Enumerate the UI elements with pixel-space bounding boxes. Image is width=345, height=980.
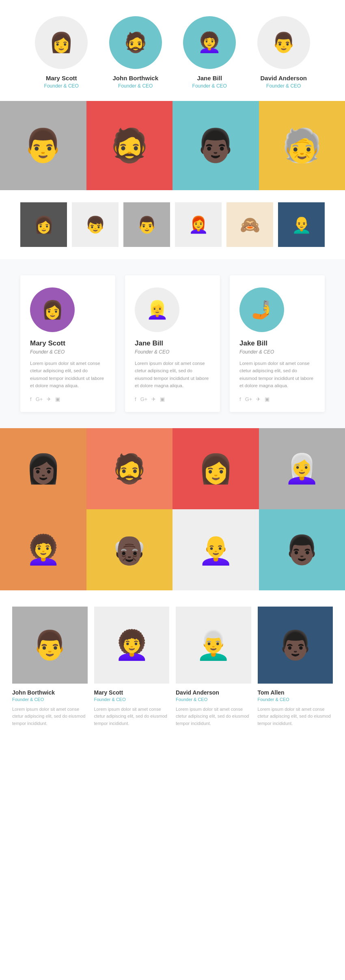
team-circles-section: 👩 Mary Scott Founder & CEO 🧔 John Borthw… (0, 0, 345, 101)
team-card-1: 👱‍♀️ Jane Bill Founder & CEO Lorem ipsum… (125, 275, 220, 412)
card-name: Jake Bill (239, 339, 267, 347)
member-name: Mary Scott (46, 75, 77, 81)
portrait-cell-7: 👨🏿 (259, 509, 345, 590)
member-name: David Anderson (261, 75, 307, 81)
member-title: Founder & CEO (192, 83, 227, 89)
thumb-item-2: 👨 (123, 202, 170, 247)
social-instagram[interactable]: ▣ (55, 396, 60, 402)
portrait-cell-0: 👩🏿 (0, 428, 86, 509)
portrait-cell-4: 👩‍🦱 (0, 509, 86, 590)
member-title: Founder & CEO (118, 83, 153, 89)
bottom-member-title: Founder & CEO (176, 697, 251, 702)
social-gplus[interactable]: G+ (140, 396, 148, 402)
portrait-cell-1: 🧔 (86, 428, 173, 509)
social-facebook[interactable]: f (135, 396, 136, 402)
member-title: Founder & CEO (44, 83, 79, 89)
avatar: 🧔 (109, 16, 162, 69)
circle-member-0: 👩 Mary Scott Founder & CEO (29, 16, 94, 89)
card-text: Lorem ipsum dolor sit amet conse ctetur … (135, 360, 210, 390)
card-text: Lorem ipsum dolor sit amet conse ctetur … (239, 360, 315, 390)
social-twitter[interactable]: ✈ (256, 396, 261, 402)
card-social: f G+ ✈ ▣ (135, 396, 165, 402)
thumb-item-0: 👩 (20, 202, 67, 247)
bottom-member-title: Founder & CEO (94, 697, 170, 702)
bottom-member-name: Tom Allen (258, 689, 333, 696)
portrait-cell-5: 👴🏿 (86, 509, 173, 590)
card-name: Mary Scott (30, 339, 65, 347)
card-name: Jane Bill (135, 339, 163, 347)
bottom-member-title: Founder & CEO (12, 697, 88, 702)
social-facebook[interactable]: f (30, 396, 32, 402)
bottom-member-name: David Anderson (176, 689, 251, 696)
social-gplus[interactable]: G+ (245, 396, 252, 402)
bottom-member-name: John Borthwick (12, 689, 88, 696)
portrait-cell-3: 👩‍🦳 (259, 428, 345, 509)
card-title: Founder & CEO (135, 349, 169, 355)
portrait-cell-6: 👩‍🦲 (172, 509, 259, 590)
team-cards-section: 👩 Mary Scott Founder & CEO Lorem ipsum d… (0, 259, 345, 428)
member-title: Founder & CEO (266, 83, 301, 89)
bottom-member-title: Founder & CEO (258, 697, 333, 702)
banner-section: 👨🧔👨🏿🧓 (0, 101, 345, 190)
bottom-member-text: Lorem ipsum dolor sit amet conse ctetur … (12, 706, 88, 727)
card-social: f G+ ✈ ▣ (239, 396, 270, 402)
member-name: Jane Bill (197, 75, 222, 81)
bottom-member-text: Lorem ipsum dolor sit amet conse ctetur … (94, 706, 170, 727)
circle-member-1: 🧔 John Borthwick Founder & CEO (103, 16, 168, 89)
social-twitter[interactable]: ✈ (47, 396, 51, 402)
card-social: f G+ ✈ ▣ (30, 396, 60, 402)
thumb-item-5: 👨‍🦲 (278, 202, 325, 247)
bottom-card-img: 👨 (12, 607, 88, 684)
banner-cell-2: 👨🏿 (172, 101, 259, 190)
card-avatar: 👱‍♀️ (135, 287, 179, 332)
banner-cell-3: 🧓 (259, 101, 345, 190)
team-card-2: 🤳 Jake Bill Founder & CEO Lorem ipsum do… (230, 275, 325, 412)
thumb-item-4: 🙈 (226, 202, 273, 247)
avatar: 👨 (257, 16, 310, 69)
avatar: 👩‍🦱 (183, 16, 236, 69)
card-avatar: 👩 (30, 287, 75, 332)
bottom-card-img: 👨🏿 (258, 607, 333, 684)
member-name: John Borthwick (112, 75, 158, 81)
bottom-member-text: Lorem ipsum dolor sit amet conse ctetur … (176, 706, 251, 727)
card-title: Founder & CEO (239, 349, 274, 355)
card-avatar: 🤳 (239, 287, 284, 332)
social-facebook[interactable]: f (239, 396, 241, 402)
banner-cell-1: 🧔 (86, 101, 173, 190)
bottom-card-img: 👨‍🦳 (176, 607, 251, 684)
portrait-grid-section: 👩🏿🧔👩👩‍🦳👩‍🦱👴🏿👩‍🦲👨🏿 (0, 428, 345, 590)
thumbnails-section: 👩👦👨👩‍🦰🙈👨‍🦲 (0, 190, 345, 259)
bottom-member-text: Lorem ipsum dolor sit amet conse ctetur … (258, 706, 333, 727)
bottom-card-1: 👩‍🦱 Mary Scott Founder & CEO Lorem ipsum… (94, 607, 170, 727)
banner-cell-0: 👨 (0, 101, 86, 190)
bottom-member-name: Mary Scott (94, 689, 170, 696)
social-gplus[interactable]: G+ (36, 396, 43, 402)
avatar: 👩 (35, 16, 88, 69)
portrait-cell-2: 👩 (172, 428, 259, 509)
social-instagram[interactable]: ▣ (265, 396, 270, 402)
bottom-card-img: 👩‍🦱 (94, 607, 170, 684)
bottom-cards-section: 👨 John Borthwick Founder & CEO Lorem ips… (0, 590, 345, 740)
thumb-item-3: 👩‍🦰 (175, 202, 222, 247)
circle-member-2: 👩‍🦱 Jane Bill Founder & CEO (177, 16, 242, 89)
team-card-0: 👩 Mary Scott Founder & CEO Lorem ipsum d… (20, 275, 115, 412)
card-text: Lorem ipsum dolor sit amet conse ctetur … (30, 360, 106, 390)
bottom-card-2: 👨‍🦳 David Anderson Founder & CEO Lorem i… (176, 607, 251, 727)
circle-member-3: 👨 David Anderson Founder & CEO (251, 16, 316, 89)
thumb-item-1: 👦 (72, 202, 119, 247)
bottom-card-0: 👨 John Borthwick Founder & CEO Lorem ips… (12, 607, 88, 727)
social-twitter[interactable]: ✈ (151, 396, 156, 402)
card-title: Founder & CEO (30, 349, 65, 355)
bottom-card-3: 👨🏿 Tom Allen Founder & CEO Lorem ipsum d… (258, 607, 333, 727)
social-instagram[interactable]: ▣ (160, 396, 165, 402)
